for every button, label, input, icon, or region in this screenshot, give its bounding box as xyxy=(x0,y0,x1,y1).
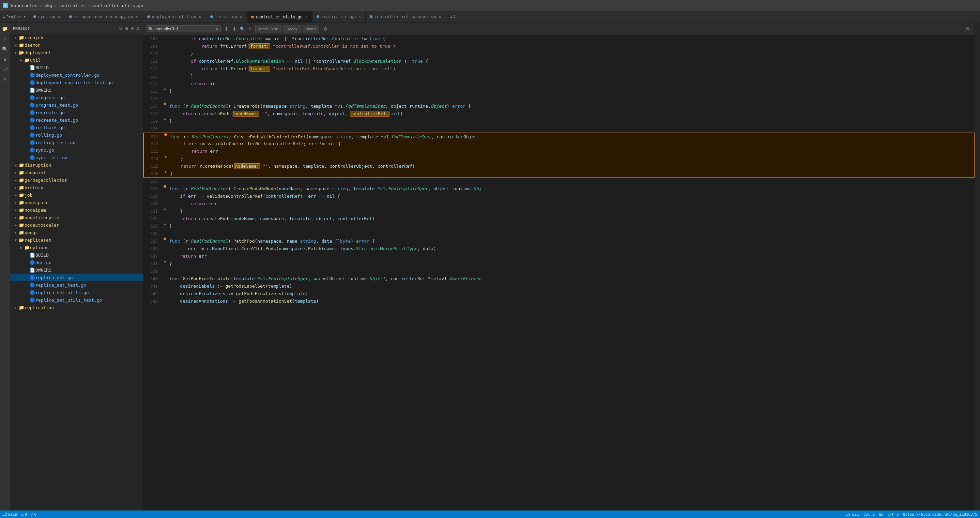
code-line-509: 509 return fmt.Errorf(format: "controlle… xyxy=(143,43,975,50)
code-line-526: 526 ▼ } xyxy=(143,170,975,178)
tab-controller-utils[interactable]: controller_utils.go × xyxy=(247,11,312,22)
tree-item-namespace[interactable]: ▶ 📁 namespace xyxy=(10,199,143,206)
tree-item-rollback[interactable]: 🔵 rollback.go xyxy=(10,124,143,131)
tab-sync-go[interactable]: sync.go × xyxy=(29,11,65,22)
search-find-btn[interactable]: 🔍 xyxy=(239,25,247,33)
code-line-516: 516 xyxy=(143,95,975,103)
tree-item-cronjob[interactable]: ▶ 📁 cronjob xyxy=(10,34,143,41)
code-line-521: 521 func (r RealPodControl) CreatePodsWi… xyxy=(143,132,975,140)
tree-item-deployment[interactable]: ▼ 📂 deployment xyxy=(10,49,143,56)
tab-project[interactable]: ≡ Project ▾ xyxy=(0,11,29,22)
tree-icon-add[interactable]: + xyxy=(130,25,134,32)
status-language[interactable]: Go xyxy=(879,512,883,516)
tree-item-progress-test[interactable]: 🔵 progress_test.go xyxy=(10,101,143,109)
tab-intstr[interactable]: intstr.go × xyxy=(206,11,247,22)
tree-item-endpoint[interactable]: ▶ 📁 endpoint xyxy=(10,169,143,176)
tree-item-replica-set[interactable]: 🔵 replica_set.go xyxy=(10,274,143,281)
folder-icon: 📁 xyxy=(18,163,24,168)
folder-icon: 📁 xyxy=(18,185,24,190)
tab-replica-set[interactable]: replica_set.go × xyxy=(312,11,366,22)
tree-icon-collapse[interactable]: ⊟ xyxy=(125,25,129,32)
tree-icon-sync[interactable]: ⟳ xyxy=(118,25,123,32)
words-btn[interactable]: Words xyxy=(302,25,320,33)
tree-item-deployment-controller[interactable]: 🔵 deployment_controller.go xyxy=(10,71,143,79)
code-line-538: 538 ▼ } xyxy=(143,260,975,268)
activity-icon-files[interactable]: 📁 xyxy=(1,24,10,33)
tree-item-history[interactable]: ▶ 📁 history xyxy=(10,184,143,191)
search-clear-icon[interactable]: ✕ xyxy=(216,26,218,31)
activity-icon-structure[interactable]: ≡ xyxy=(1,55,10,64)
folder-icon: 📁 xyxy=(18,207,24,213)
editor-area: 🔍 ✕ ⬆ ⬇ 🔍 ✎ Match Case Regex Words ⚙ ✕ 5… xyxy=(143,23,975,510)
status-errors: ✗ 0 xyxy=(31,512,37,516)
tree-item-owners1[interactable]: 📄 OWNERS xyxy=(10,86,143,94)
code-line-530: 530 return err xyxy=(143,200,975,207)
tree-item-replication[interactable]: ▶ 📁 replication xyxy=(10,304,143,311)
tree-item-rolling[interactable]: 🔵 rolling.go xyxy=(10,131,143,139)
tree-item-util[interactable]: ▶ 📁 util xyxy=(10,56,143,64)
folder-icon: 📁 xyxy=(18,230,24,235)
folder-open-icon: 📂 xyxy=(18,50,24,55)
status-branch[interactable]: ⎇ main xyxy=(3,512,18,516)
tree-item-replica-set-test[interactable]: 🔵 replica_set_test.go xyxy=(10,281,143,288)
code-line-518: 518 return r.createPods(nodeName: "", na… xyxy=(143,110,975,118)
search-settings-btn[interactable]: ⚙ xyxy=(321,26,330,32)
code-line-520: 520 xyxy=(143,125,975,132)
tree-item-replica-set-utils-test[interactable]: 🔵 replica_set_utils_test.go xyxy=(10,296,143,304)
search-prev-btn[interactable]: ⬆ xyxy=(223,25,230,33)
tree-item-job[interactable]: ▶ 📁 job xyxy=(10,191,143,199)
main-layout: 📁 ⚡ 🔍 ≡ ⎇ M Project ⟳ ⊟ + ⚙ ▶ 📁 cronjob … xyxy=(0,23,980,510)
tab-deployment-util[interactable]: deployment_util.go × xyxy=(143,11,206,22)
warning-icon: ⚠ xyxy=(21,512,24,516)
tree-item-progress[interactable]: 🔵 progress.go xyxy=(10,94,143,101)
tree-item-doc[interactable]: 🔵 doc.go xyxy=(10,259,143,266)
tree-icon-settings[interactable]: ⚙ xyxy=(136,25,140,32)
activity-icon-maven[interactable]: M xyxy=(1,75,10,84)
activity-icon-2[interactable]: 🔍 xyxy=(1,45,10,54)
tree-item-nodeipam[interactable]: ▶ 📁 nodeipam xyxy=(10,206,143,214)
code-view[interactable]: 508 if controllerRef.Controller == nil |… xyxy=(143,35,975,510)
folder-icon: 📁 xyxy=(18,35,24,40)
breadcrumb: kubernetes › pkg › controller › controll… xyxy=(11,3,143,8)
activity-icon-git[interactable]: ⎇ xyxy=(1,65,10,74)
tree-item-options[interactable]: ▶ 📁 options xyxy=(10,244,143,251)
folder-icon: 📁 xyxy=(18,223,24,228)
search-replace-btn[interactable]: ✎ xyxy=(247,25,253,33)
tree-item-replicaset[interactable]: ▼ 📂 replicaset xyxy=(10,236,143,244)
search-input-wrap: 🔍 ✕ xyxy=(146,25,221,32)
tree-item-podgc[interactable]: ▶ 📁 podgc xyxy=(10,229,143,236)
tree-item-sync-test[interactable]: 🔵 sync_test.go xyxy=(10,154,143,161)
activity-icon-1[interactable]: ⚡ xyxy=(1,34,10,43)
code-line-508: 508 if controllerRef.Controller == nil |… xyxy=(143,35,975,43)
tab-controller-ref-manager[interactable]: controller_ref_manager.go × xyxy=(366,11,446,22)
tree-item-recreate[interactable]: 🔵 recreate.go xyxy=(10,109,143,116)
tree-item-rolling-test[interactable]: 🔵 rolling_test.go xyxy=(10,139,143,146)
folder-icon: 📁 xyxy=(18,43,24,48)
search-next-btn[interactable]: ⬇ xyxy=(231,25,238,33)
tree-item-podautoscaler[interactable]: ▶ 📁 podautoscaler xyxy=(10,221,143,229)
tree-item-nodelifecycle[interactable]: ▶ 📁 nodelifecycle xyxy=(10,214,143,221)
status-right: Ln 521, Col 1 Go UTF-8 https://blog.csdn… xyxy=(845,512,977,516)
regex-btn[interactable]: Regex xyxy=(283,25,301,33)
tree-item-sync[interactable]: 🔵 sync.go xyxy=(10,146,143,154)
tab-zz-generated[interactable]: zz_generated.deepcopy.go × xyxy=(65,11,143,22)
tree-item-owners2[interactable]: 📄 OWNERS xyxy=(10,266,143,274)
tree-item-deployment-controller-test[interactable]: 🔵 deployment_controller_test.go xyxy=(10,79,143,86)
tree-item-garbagecollector[interactable]: ▶ 📁 garbagecollector xyxy=(10,176,143,184)
tree-item-build2[interactable]: 📄 BUILD xyxy=(10,251,143,259)
tree-item-build1[interactable]: 📄 BUILD xyxy=(10,64,143,71)
code-line-533: 533 ▼ } xyxy=(143,223,975,230)
code-line-519: 519 ▼ } xyxy=(143,118,975,125)
search-input[interactable] xyxy=(155,27,214,31)
tab-more[interactable]: ≡3 xyxy=(446,11,459,22)
tree-item-daemon[interactable]: ▶ 📁 daemon xyxy=(10,41,143,49)
tree-item-replica-set-utils[interactable]: 🔵 replica_set_utils.go xyxy=(10,288,143,296)
tree-item-disruption[interactable]: ▶ 📁 disruption xyxy=(10,161,143,169)
breadcrumb-pkg: pkg xyxy=(44,3,52,8)
code-line-527: 527 xyxy=(143,178,975,185)
match-case-btn[interactable]: Match Case xyxy=(255,25,282,33)
search-close-btn[interactable]: ✕ xyxy=(963,25,972,33)
tab-bar: ≡ Project ▾ sync.go × zz_generated.deepc… xyxy=(0,11,980,23)
tree-item-recreate-test[interactable]: 🔵 recreate_test.go xyxy=(10,116,143,124)
code-line-531: 531 ▼ } xyxy=(143,207,975,215)
